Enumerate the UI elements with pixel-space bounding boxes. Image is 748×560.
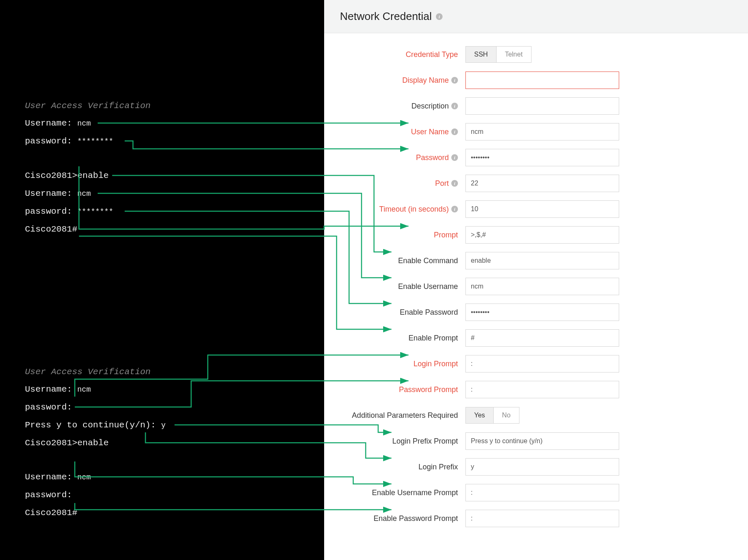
terminal-header-1: User Access Verification [25, 101, 150, 111]
login-prefix-prompt-label: Login Prefix Prompt [392, 437, 458, 446]
term2-password-2: password: [25, 490, 72, 500]
term2-continue-prompt: Press y to continue(y/n): [25, 420, 161, 430]
info-icon[interactable]: i [451, 206, 458, 212]
term2-username-value-1: ncm [77, 385, 91, 394]
term-password-label-2: password: [25, 207, 77, 216]
description-input[interactable] [465, 97, 619, 115]
term-priv-prompt: Cisco2081# [25, 224, 77, 234]
enable-prompt-label: Enable Prompt [408, 334, 458, 343]
page-header: Network Credential i [324, 0, 748, 33]
description-label: Description [411, 102, 449, 111]
terminal-panel: User Access Verification Username: ncm p… [0, 0, 324, 560]
credential-type-label: Credential Type [406, 50, 458, 59]
term2-password-1: password: [25, 402, 72, 412]
info-icon[interactable]: i [451, 103, 458, 109]
term-password-label-1: password: [25, 136, 77, 146]
timeout-input[interactable] [465, 200, 619, 218]
enable-username-label: Enable Username [398, 282, 458, 291]
enable-command-label: Enable Command [398, 257, 458, 265]
term-username-value-1: ncm [77, 119, 91, 128]
no-toggle-button[interactable]: No [493, 407, 519, 423]
credential-type-toggle[interactable]: SSH Telnet [465, 46, 531, 63]
enable-username-input[interactable] [465, 278, 619, 295]
term-password-value-1: ******** [77, 137, 113, 146]
term-username-value-2: ncm [77, 190, 91, 198]
term2-username-label-1: Username: [25, 385, 77, 394]
additional-params-label: Additional Parameters Required [352, 411, 458, 420]
enable-password-label: Enable Password [400, 308, 458, 317]
term-username-label-1: Username: [25, 118, 77, 128]
enable-command-input[interactable] [465, 252, 619, 269]
additional-params-toggle[interactable]: Yes No [465, 407, 519, 424]
login-prefix-prompt-input[interactable] [465, 432, 619, 450]
username-input[interactable] [465, 123, 619, 141]
ssh-toggle-button[interactable]: SSH [466, 47, 496, 62]
term-username-label-2: Username: [25, 189, 77, 198]
prompt-label: Prompt [434, 231, 458, 239]
info-icon[interactable]: i [451, 154, 458, 161]
login-prefix-input[interactable] [465, 458, 619, 476]
page-title: Network Credential [340, 10, 432, 23]
enable-password-prompt-input[interactable] [465, 510, 619, 527]
username-label: User Name [411, 128, 449, 136]
password-input[interactable] [465, 149, 619, 166]
term-password-value-2: ******** [77, 207, 113, 216]
enable-prompt-input[interactable] [465, 329, 619, 347]
info-icon[interactable]: i [451, 180, 458, 187]
form-panel: Network Credential i Credential Type SSH… [324, 0, 748, 560]
yes-toggle-button[interactable]: Yes [466, 407, 493, 423]
enable-username-prompt-input[interactable] [465, 484, 619, 501]
port-input[interactable] [465, 175, 619, 192]
password-prompt-input[interactable] [465, 381, 619, 398]
prompt-input[interactable] [465, 226, 619, 244]
terminal-header-2: User Access Verification [25, 367, 150, 377]
login-prompt-input[interactable] [465, 355, 619, 373]
term-enable-line: Cisco2081>enable [25, 170, 109, 181]
enable-password-prompt-label: Enable Password Prompt [374, 514, 458, 523]
term2-priv-prompt: Cisco2081# [25, 508, 77, 518]
password-label: Password [416, 153, 449, 162]
telnet-toggle-button[interactable]: Telnet [496, 47, 531, 62]
term2-enable-line: Cisco2081>enable [25, 438, 109, 448]
enable-username-prompt-label: Enable Username Prompt [372, 488, 458, 497]
login-prompt-label: Login Prompt [413, 360, 458, 368]
info-icon[interactable]: i [451, 128, 458, 135]
login-prefix-label: Login Prefix [418, 463, 458, 471]
term2-username-label-2: Username: [25, 472, 77, 482]
port-label: Port [435, 179, 449, 188]
timeout-label: Timeout (in seconds) [379, 205, 449, 214]
term2-username-value-2: ncm [77, 473, 91, 481]
enable-password-input[interactable] [465, 303, 619, 321]
display-name-input[interactable] [465, 72, 619, 89]
info-icon[interactable]: i [451, 77, 458, 84]
password-prompt-label: Password Prompt [399, 385, 458, 394]
term2-continue-value: y [161, 421, 166, 429]
info-icon[interactable]: i [436, 13, 443, 20]
display-name-label: Display Name [402, 76, 449, 85]
